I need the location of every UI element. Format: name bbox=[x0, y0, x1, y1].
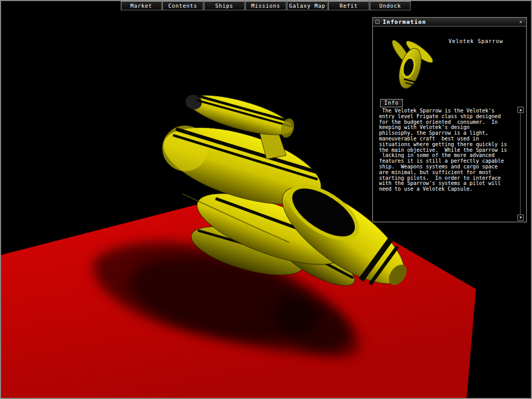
scrollbar-track[interactable] bbox=[520, 113, 521, 215]
scroll-down-icon[interactable]: ▼ bbox=[517, 215, 524, 221]
scroll-up-icon[interactable]: ▲ bbox=[517, 107, 524, 113]
ships-button[interactable]: Ships bbox=[204, 1, 245, 10]
undock-button[interactable]: Undock bbox=[370, 1, 411, 10]
close-icon[interactable]: ✕ bbox=[519, 19, 524, 25]
market-button[interactable]: Market bbox=[121, 1, 162, 10]
information-panel-titlebar[interactable]: Information ✕ bbox=[373, 18, 526, 26]
galaxy-map-button[interactable]: Galaxy Map bbox=[287, 1, 328, 10]
window-icon bbox=[375, 20, 380, 24]
info-tab[interactable]: Info bbox=[380, 99, 403, 107]
ship-thumbnail bbox=[381, 30, 439, 96]
panel-title-text: Information bbox=[383, 19, 426, 25]
missions-button[interactable]: Missions bbox=[245, 1, 286, 10]
contents-button[interactable]: Contents bbox=[162, 1, 203, 10]
ship-description-text: The Velotek Sparrow is the Velotek's ent… bbox=[379, 108, 513, 217]
command-bar: Market Contents Ships Missions Galaxy Ma… bbox=[121, 1, 411, 10]
description-scrollbar: ▲ ▼ bbox=[517, 107, 524, 221]
refit-button[interactable]: Refit bbox=[328, 1, 369, 10]
ship-name-label: Velotek Sparrow bbox=[449, 38, 503, 44]
information-panel: Information ✕ Velotek Sparrow Info The V… bbox=[372, 17, 527, 222]
